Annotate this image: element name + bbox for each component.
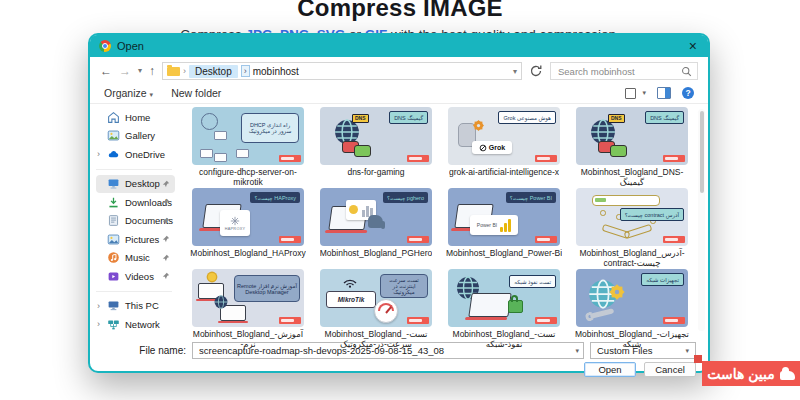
sidebar-item-label: Home	[125, 112, 150, 123]
thumb-caption: آدرس contract چیست؟	[620, 208, 684, 221]
thumb-caption: هوش مصنوعی Grok	[498, 111, 556, 124]
documents-icon	[107, 214, 120, 227]
file-name-label: grok-ai-artificial-intelligence-x	[449, 167, 559, 177]
thumb-art	[236, 149, 249, 158]
breadcrumb-chevron-icon[interactable]: ›	[241, 65, 250, 77]
expander-chevron-icon[interactable]: ›	[97, 149, 100, 159]
file-item-dhcp[interactable]: راه اندازی DHCP سرور در میکروتیک configu…	[188, 107, 308, 187]
file-thumbnail: pghero چیست؟	[320, 188, 432, 246]
file-item-remote-desktop[interactable]: آموزش نرم افزار Remote Desktop Manager M…	[188, 269, 308, 349]
breadcrumb-current-folder[interactable]: mobinhost	[253, 66, 299, 77]
search-input[interactable]	[556, 65, 677, 78]
file-item-pentest[interactable]: تست نفوذ شبکه Mobinhost_Blogland_تست-نفو…	[444, 269, 564, 349]
music-icon	[107, 251, 120, 264]
file-thumbnail: HAPROXY HAProxy چیست؟	[192, 188, 304, 246]
desktop-icon	[107, 177, 120, 190]
dialog-titlebar: Open ×	[90, 35, 708, 57]
sidebar-item-label: Desktop	[125, 178, 160, 189]
bar-chart-icon	[500, 219, 511, 232]
padlock-icon	[508, 300, 523, 313]
file-item-dns-gaming[interactable]: DNS گیمینگ DNS dns-for-gaming	[316, 107, 436, 187]
mobinhost-watermark	[663, 155, 685, 162]
search-box[interactable]	[550, 62, 698, 80]
organize-button[interactable]: Organize▾	[104, 87, 153, 99]
address-dropdown-icon[interactable]: ▾	[513, 67, 517, 76]
change-view-button[interactable]: ▾	[625, 88, 646, 99]
mobinhost-watermark	[663, 317, 685, 324]
recent-locations-icon[interactable]: ▾	[138, 65, 142, 77]
open-button[interactable]: Open	[584, 362, 636, 377]
sidebar-item-label: Network	[125, 319, 160, 330]
handshake-icon	[624, 224, 653, 239]
file-thumbnail: DNS گیمینگ DNS	[576, 107, 688, 165]
file-item-pghero[interactable]: pghero چیست؟ Mobinhost_Blogland_PGHero	[316, 188, 436, 268]
dialog-title: Open	[117, 40, 144, 52]
file-item-speed-test[interactable]: MikroTik تست سرعت اینترنت در میکروتیک Mo…	[316, 269, 436, 349]
help-icon[interactable]: ?	[682, 87, 694, 99]
expander-chevron-icon[interactable]: ›	[97, 301, 100, 311]
file-name-label: configure-dhcp-server-on-mikrotik	[188, 167, 308, 187]
thumb-caption: HAProxy چیست؟	[250, 192, 300, 203]
chevron-down-icon: ▾	[150, 91, 154, 98]
pin-icon	[162, 217, 170, 225]
wrench-icon	[590, 308, 614, 319]
banner-tab	[694, 355, 702, 363]
close-icon[interactable]: ×	[687, 39, 699, 53]
file-thumbnail: تجهیزات شبکه	[576, 269, 688, 327]
mobinhost-watermark	[407, 317, 429, 324]
scrollbar[interactable]	[698, 109, 705, 331]
gamepad-icon	[610, 145, 627, 157]
file-name-label: Mobinhost_Blogland_Power-Bi	[446, 248, 562, 258]
sidebar-item-music[interactable]: Music	[96, 249, 175, 268]
sidebar-item-gallery[interactable]: Gallery	[96, 127, 175, 146]
preview-pane-icon[interactable]	[657, 87, 671, 99]
search-icon	[681, 66, 692, 77]
downloads-icon	[107, 196, 120, 209]
view-icon	[625, 88, 636, 99]
back-icon[interactable]: ←	[100, 65, 112, 77]
sidebar-item-label: OneDrive	[125, 149, 165, 160]
sidebar-item-onedrive[interactable]: › OneDrive	[96, 145, 175, 164]
sidebar-item-label: This PC	[125, 300, 159, 311]
lightbulb-icon	[208, 273, 216, 281]
breadcrumb-desktop[interactable]: Desktop	[189, 65, 238, 78]
sidebar-item-home[interactable]: Home	[96, 108, 175, 127]
sidebar-item-pictures[interactable]: Pictures	[96, 230, 175, 249]
sidebar-item-desktop[interactable]: Desktop	[96, 175, 175, 194]
up-icon[interactable]: ↑	[149, 65, 155, 77]
expander-chevron-icon[interactable]: ›	[97, 319, 100, 329]
refresh-icon[interactable]	[529, 64, 543, 78]
scrollbar-thumb[interactable]	[700, 111, 704, 193]
forward-icon[interactable]: →	[119, 65, 131, 77]
mobinhost-watermark	[663, 236, 685, 243]
cancel-button[interactable]: Cancel	[644, 362, 696, 377]
speedometer-icon	[374, 299, 398, 323]
file-item-haproxy[interactable]: HAPROXY HAProxy چیست؟ Mobinhost_Blogland…	[188, 188, 308, 268]
mikrotik-router: MikroTik	[326, 291, 376, 308]
navigation-bar: ← → ▾ ↑ › Desktop › mobinhost ▾	[90, 57, 708, 83]
sidebar-item-label: Gallery	[125, 130, 155, 141]
file-item-power-bi[interactable]: Power BI Power BI چیست؟ Mobinhost_Blogla…	[444, 188, 564, 268]
sidebar-item-documents[interactable]: Documents	[96, 212, 175, 231]
sidebar-item-downloads[interactable]: Downloads	[96, 193, 175, 212]
sidebar-item-videos[interactable]: Videos	[96, 267, 175, 286]
file-item-contract[interactable]: آدرس contract چیست؟ Mobinhost_Blogland_آ…	[572, 188, 692, 268]
file-item-network-equipment[interactable]: تجهیزات شبکه Mobinhost_Blogland_تجهیزات-…	[572, 269, 692, 349]
mobinhost-watermark	[279, 155, 301, 162]
thumb-caption: گیمینگ DNS	[645, 111, 684, 124]
view-controls: ▾ ?	[625, 87, 694, 99]
thumb-art	[201, 113, 218, 130]
file-item-dns-gaming-2[interactable]: DNS گیمینگ DNS Mobinhost_Blogland_DNS-گی…	[572, 107, 692, 187]
this-pc-icon	[107, 299, 120, 312]
thumb-art	[214, 131, 227, 140]
new-folder-button[interactable]: New folder	[171, 87, 221, 99]
sidebar-item-this-pc[interactable]: › This PC	[96, 297, 175, 316]
thumb-caption: گیمینگ DNS	[389, 111, 428, 124]
file-item-grok[interactable]: Grok هوش مصنوعی Grok grok-ai-artificial-…	[444, 107, 564, 187]
address-bar[interactable]: › Desktop › mobinhost ▾	[162, 62, 522, 80]
sidebar-item-network[interactable]: › Network	[96, 315, 175, 334]
pin-icon	[162, 272, 170, 280]
sidebar-item-label: Pictures	[125, 234, 159, 245]
file-grid: راه اندازی DHCP سرور در میکروتیک configu…	[188, 107, 692, 349]
file-name-label: Mobinhost_Blogland_تجهیزات-شبکه	[572, 329, 692, 349]
